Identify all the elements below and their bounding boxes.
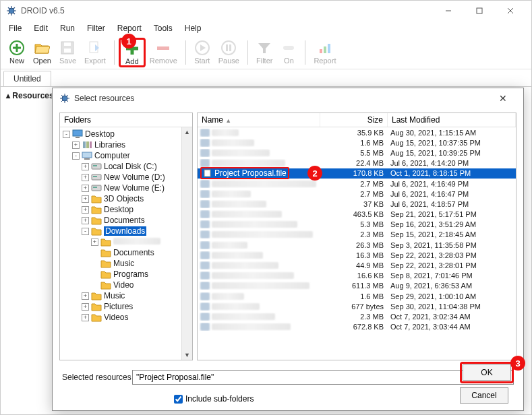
app-icon	[6, 5, 17, 16]
save-icon	[59, 40, 76, 56]
file-row[interactable]: 26.3 MBSep 3, 2021, 11:35:58 PM	[198, 240, 516, 250]
svg-rect-21	[86, 141, 89, 148]
tree-node[interactable]: -Desktop	[61, 129, 191, 139]
filter-on-button[interactable]: On	[276, 38, 301, 66]
menu-filter[interactable]: Filter	[82, 22, 111, 34]
menu-report[interactable]: Report	[112, 22, 147, 34]
file-row[interactable]: 2.3 MBOct 7, 2021, 3:02:34 AM	[198, 311, 516, 321]
svg-rect-16	[328, 44, 330, 53]
tab-untitled[interactable]: Untitled	[3, 71, 51, 86]
svg-rect-2	[477, 8, 482, 13]
tree-node[interactable]: +Music	[61, 290, 191, 301]
include-subfolders-checkbox[interactable]	[174, 395, 183, 404]
folder-icon	[91, 194, 102, 203]
open-button[interactable]: Open	[29, 38, 55, 66]
file-row[interactable]: 44.9 MBSep 22, 2021, 3:28:01 PM	[198, 260, 516, 270]
minimize-button[interactable]	[433, 1, 464, 21]
include-subfolders-label: Include sub-folders	[185, 394, 254, 404]
svg-rect-8	[157, 46, 169, 50]
disk-icon	[91, 162, 102, 171]
remove-button[interactable]: Remove	[146, 38, 181, 66]
filter-button[interactable]: Filter	[252, 38, 276, 66]
close-button[interactable]	[495, 1, 526, 21]
svg-rect-5	[64, 49, 71, 53]
files-header[interactable]: Name ▲ Size Last Modified	[198, 113, 516, 127]
save-button[interactable]: Save	[55, 38, 80, 66]
col-modified[interactable]: Last Modified	[388, 113, 516, 127]
toolbar: New Open Save Export Add Remov	[1, 36, 531, 69]
file-row[interactable]: 16.3 MBSep 22, 2021, 3:28:03 PM	[198, 250, 516, 260]
files-list[interactable]: 35.9 KBAug 30, 2021, 1:15:15 AM1.6 MBAug…	[198, 127, 516, 360]
folder-icon	[100, 237, 111, 247]
file-row[interactable]: 35.9 KBAug 30, 2021, 1:15:15 AM	[198, 127, 516, 137]
tree-node[interactable]: -Computer	[61, 150, 191, 161]
tree-node[interactable]: +Libraries	[61, 139, 191, 150]
file-row[interactable]: 463.5 KBSep 21, 2021, 5:17:51 PM	[198, 210, 516, 220]
toggle-icon	[280, 40, 297, 56]
tree-scrollbar[interactable]: ▲▼	[181, 127, 192, 360]
ok-button[interactable]: OK	[463, 364, 511, 381]
maximize-button[interactable]	[464, 1, 495, 21]
file-row[interactable]: Project Proposal.file170.8 KBOct 1, 2021…	[198, 168, 516, 179]
tree-node[interactable]: +Documents	[61, 215, 191, 226]
menu-help[interactable]: Help	[179, 22, 207, 34]
tree-node[interactable]: +New Volume (D:)	[61, 172, 191, 183]
file-row[interactable]: 677 bytesSep 30, 2021, 11:04:38 PM	[198, 301, 516, 311]
tree-node[interactable]: Programs	[61, 269, 191, 280]
pause-button[interactable]: Pause	[214, 38, 243, 66]
tree-node[interactable]: +New Volume (E:)	[61, 183, 191, 193]
file-row[interactable]: 5.3 MBSep 16, 2021, 3:51:29 AM	[198, 220, 516, 230]
tree-node[interactable]: +	[61, 236, 191, 247]
tree-node[interactable]: +Desktop	[61, 204, 191, 215]
new-button[interactable]: New	[5, 38, 29, 66]
menu-edit[interactable]: Edit	[28, 22, 53, 34]
export-button[interactable]: Export	[80, 38, 110, 66]
folder-tree[interactable]: -Desktop+Libraries-Computer+Local Disk (…	[60, 127, 192, 360]
menu-run[interactable]: Run	[55, 22, 80, 34]
report-button[interactable]: Report	[309, 38, 340, 66]
dialog-close-button[interactable]: ✕	[490, 93, 516, 104]
tree-node[interactable]: +Pictures	[61, 301, 191, 312]
folder-icon	[91, 216, 102, 225]
tree-node[interactable]: Documents	[61, 247, 191, 258]
folders-panel: Folders -Desktop+Libraries-Computer+Loca…	[59, 113, 193, 360]
file-row[interactable]: 37 KBJul 6, 2021, 4:18:57 PM	[198, 199, 516, 209]
file-row[interactable]: 2.7 MBJul 6, 2021, 4:16:49 PM	[198, 179, 516, 189]
file-row[interactable]: 672.8 KBOct 7, 2021, 3:03:44 AM	[198, 322, 516, 332]
tree-node[interactable]: +Videos	[61, 312, 191, 323]
col-size[interactable]: Size	[320, 113, 388, 127]
folders-header: Folders	[60, 113, 192, 127]
file-row[interactable]: 1.6 MBSep 29, 2021, 1:00:10 AM	[198, 291, 516, 301]
svg-rect-20	[83, 141, 86, 148]
file-row[interactable]: 2.3 MBSep 15, 2021, 2:18:45 AM	[198, 230, 516, 240]
svg-rect-11	[226, 44, 228, 51]
tree-node[interactable]: Video	[61, 280, 191, 290]
start-button[interactable]: Start	[190, 38, 214, 66]
tree-node[interactable]: +Local Disk (C:)	[61, 161, 191, 172]
file-row[interactable]: 2.7 MBJul 6, 2021, 4:16:47 PM	[198, 189, 516, 199]
menu-tools[interactable]: Tools	[148, 22, 178, 34]
file-row[interactable]: 611.3 MBAug 9, 2021, 6:36:53 AM	[198, 281, 516, 291]
folder-icon	[91, 302, 102, 311]
folder-icon	[100, 259, 111, 268]
tree-node[interactable]: +3D Objects	[61, 193, 191, 204]
file-row[interactable]: 16.6 KBSep 8, 2021, 7:01:46 PM	[198, 271, 516, 281]
play-icon	[194, 40, 210, 56]
col-name[interactable]: Name ▲	[198, 113, 320, 127]
svg-rect-18	[73, 130, 82, 136]
tree-node[interactable]: -Downloads	[61, 226, 191, 236]
selected-resources-label: Selected resources	[62, 373, 132, 382]
tree-node[interactable]: Music	[61, 258, 191, 269]
chart-icon	[317, 40, 333, 56]
svg-rect-19	[76, 137, 80, 138]
menu-file[interactable]: File	[3, 22, 27, 34]
folder-icon	[91, 205, 102, 214]
svg-rect-22	[90, 141, 92, 148]
file-row[interactable]: 1.6 MBAug 15, 2021, 10:37:35 PM	[198, 137, 516, 148]
cancel-button[interactable]: Cancel	[460, 387, 508, 404]
separator	[114, 40, 115, 65]
file-row[interactable]: 5.5 MBAug 15, 2021, 10:39:25 PM	[198, 148, 516, 158]
folder-open-icon	[34, 40, 50, 56]
selected-resources-input[interactable]	[132, 370, 514, 385]
svg-rect-28	[93, 176, 97, 177]
